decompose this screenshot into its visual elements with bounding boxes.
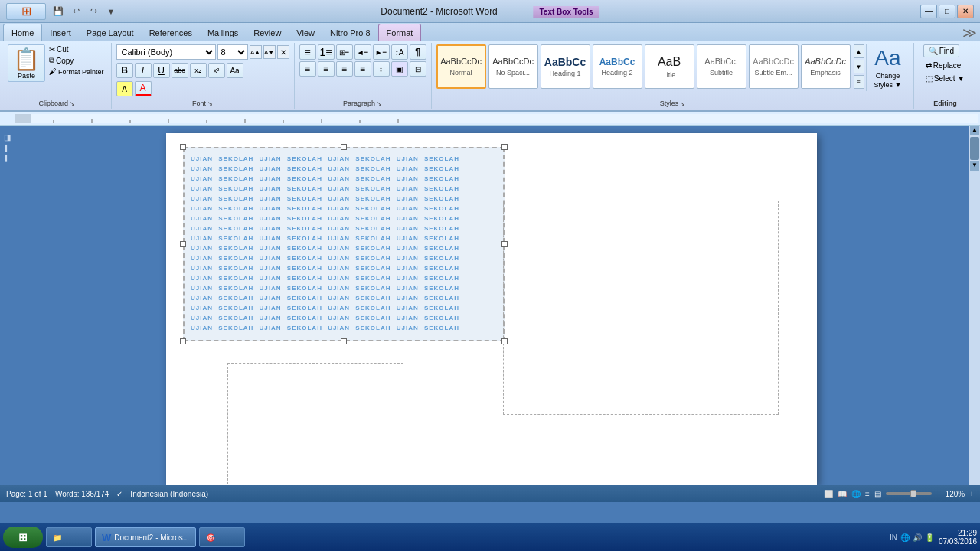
style-subtle-em-item[interactable]: AaBbCcDc Subtle Em... <box>749 44 799 89</box>
style-subtitle-item[interactable]: AaBbCc. Subtitle <box>697 44 746 89</box>
undo-button[interactable]: ↩ <box>68 5 83 18</box>
style-emphasis-item[interactable]: AaBbCcDc Emphasis <box>801 44 851 89</box>
increase-indent-button[interactable]: ►≡ <box>373 44 390 60</box>
close-button[interactable]: ✕ <box>957 5 974 18</box>
taskbar-word-item[interactable]: W Document2 - Micros... <box>95 527 196 547</box>
customize-button[interactable]: ▼ <box>103 5 119 18</box>
font-name-select[interactable]: Calibri (Body) <box>116 44 216 60</box>
scroll-down-button[interactable]: ▼ <box>970 161 979 171</box>
tab-insert[interactable]: Insert <box>42 24 79 41</box>
handle-bl[interactable] <box>180 338 186 344</box>
outline-button[interactable]: ≡ <box>865 490 870 498</box>
superscript-button[interactable]: x² <box>208 63 225 78</box>
office-button[interactable]: ⊞ <box>6 3 46 20</box>
style-heading2-item[interactable]: AaBbCc Heading 2 <box>593 44 642 89</box>
handle-bm[interactable] <box>341 338 347 344</box>
font-color-button[interactable]: A <box>135 81 152 96</box>
align-center-button[interactable]: ≡ <box>318 61 335 77</box>
draft-button[interactable]: ▤ <box>874 490 881 498</box>
web-layout-button[interactable]: 🌐 <box>851 490 861 498</box>
style-scroll-up-button[interactable]: ▲ <box>854 44 864 58</box>
language-indicator[interactable]: Indonesian (Indonesia) <box>130 490 208 498</box>
style-normal-item[interactable]: AaBbCcDc Normal <box>436 44 486 89</box>
line-spacing-button[interactable]: ↕ <box>373 61 390 77</box>
handle-mr[interactable] <box>501 241 508 247</box>
style-heading1-item[interactable]: AaBbCc Heading 1 <box>541 44 590 89</box>
tab-review[interactable]: Review <box>246 24 289 41</box>
sort-button[interactable]: ↕A <box>391 44 408 60</box>
scroll-thumb[interactable] <box>970 137 979 160</box>
borders-button[interactable]: ⊟ <box>410 61 426 77</box>
zoom-in-button[interactable]: + <box>969 490 974 498</box>
bold-button[interactable]: B <box>116 63 133 78</box>
shading-button[interactable]: ▣ <box>391 61 408 77</box>
style-scroll-down-button[interactable]: ▼ <box>854 60 864 73</box>
text-box-2[interactable] <box>503 201 779 415</box>
clear-formatting-button[interactable]: ✕ <box>277 45 289 59</box>
italic-button[interactable]: I <box>135 63 152 78</box>
clipboard-expand-icon[interactable]: ↘ <box>70 100 75 107</box>
cut-button[interactable]: ✂ Cut <box>47 44 106 54</box>
styles-expand-icon[interactable]: ↘ <box>680 100 685 107</box>
select-button[interactable]: ⬚ Select ▼ <box>923 73 967 83</box>
left-panel-icon1[interactable]: ◨ <box>4 133 11 142</box>
zoom-out-button[interactable]: − <box>936 490 941 498</box>
ribbon-expand-icon[interactable]: ≫ <box>962 24 977 41</box>
tab-page-layout[interactable]: Page Layout <box>79 24 142 41</box>
redo-button[interactable]: ↪ <box>86 5 101 18</box>
zoom-slider-thumb[interactable] <box>910 490 916 497</box>
taskbar-icon-explorer[interactable]: 📁 <box>46 527 92 547</box>
print-layout-button[interactable]: ⬜ <box>824 490 833 498</box>
style-expand-button[interactable]: ≡ <box>854 75 864 89</box>
tab-mailings[interactable]: Mailings <box>200 24 246 41</box>
taskbar-item-3[interactable]: 🎯 <box>199 527 245 547</box>
subscript-button[interactable]: x₂ <box>190 63 207 78</box>
text-box-3[interactable] <box>227 363 403 485</box>
replace-button[interactable]: ⇄ Replace <box>923 60 964 70</box>
handle-tm[interactable] <box>341 144 347 150</box>
left-panel-icon2[interactable]: ▌ <box>5 145 9 152</box>
maximize-button[interactable]: □ <box>939 5 956 18</box>
style-no-spacing-item[interactable]: AaBbCcDc No Spaci... <box>488 44 538 89</box>
change-styles-button[interactable]: Aa ChangeStyles ▼ <box>871 44 905 91</box>
start-button[interactable]: ⊞ <box>3 527 43 548</box>
handle-tl[interactable] <box>180 144 186 150</box>
scroll-up-button[interactable]: ▲ <box>970 126 979 135</box>
text-box-1-selection[interactable]: UJIAN SEKOLAH UJIAN SEKOLAH UJIAN SEKOLA… <box>183 147 505 341</box>
left-panel-icon3[interactable]: ▌ <box>5 155 9 161</box>
font-grow-button[interactable]: A▲ <box>250 45 262 59</box>
numbering-button[interactable]: 1≡ <box>318 44 335 60</box>
strikethrough-button[interactable]: abc <box>172 63 188 78</box>
align-left-button[interactable]: ≡ <box>299 61 316 77</box>
format-painter-button[interactable]: 🖌 Format Painter <box>47 67 106 77</box>
handle-tr[interactable] <box>501 144 508 150</box>
style-title-item[interactable]: AaB Title <box>645 44 694 89</box>
bullets-button[interactable]: ≡ <box>299 44 316 60</box>
justify-button[interactable]: ≡ <box>354 61 371 77</box>
vertical-scrollbar[interactable]: ▲ ▼ <box>969 126 980 485</box>
paste-button[interactable]: 📋 Paste <box>8 44 45 82</box>
tab-format[interactable]: Format <box>378 24 422 41</box>
minimize-button[interactable]: — <box>920 5 937 18</box>
multilevel-list-button[interactable]: ⊞≡ <box>336 44 353 60</box>
font-shrink-button[interactable]: A▼ <box>263 45 276 59</box>
tab-references[interactable]: References <box>142 24 200 41</box>
decrease-indent-button[interactable]: ◄≡ <box>354 44 371 60</box>
underline-button[interactable]: U <box>153 63 170 78</box>
save-button[interactable]: 💾 <box>51 5 66 18</box>
full-reading-button[interactable]: 📖 <box>838 490 847 498</box>
align-right-button[interactable]: ≡ <box>336 61 353 77</box>
tab-nitro[interactable]: Nitro Pro 8 <box>322 24 378 41</box>
find-button[interactable]: 🔍 Find <box>923 44 959 57</box>
font-size-select[interactable]: 8 <box>217 44 248 60</box>
handle-ml[interactable] <box>180 241 186 247</box>
highlight-color-button[interactable]: A <box>116 81 133 96</box>
paragraph-expand-icon[interactable]: ↘ <box>377 100 382 107</box>
text-box-1-inner[interactable]: UJIAN SEKOLAH UJIAN SEKOLAH UJIAN SEKOLA… <box>183 147 505 341</box>
tab-view[interactable]: View <box>289 24 322 41</box>
show-hide-button[interactable]: ¶ <box>410 44 426 60</box>
copy-button[interactable]: ⧉ Copy <box>47 55 106 66</box>
handle-br[interactable] <box>501 338 508 344</box>
font-expand-icon[interactable]: ↘ <box>207 100 213 107</box>
document-area[interactable]: UJIAN SEKOLAH UJIAN SEKOLAH UJIAN SEKOLA… <box>14 126 969 485</box>
